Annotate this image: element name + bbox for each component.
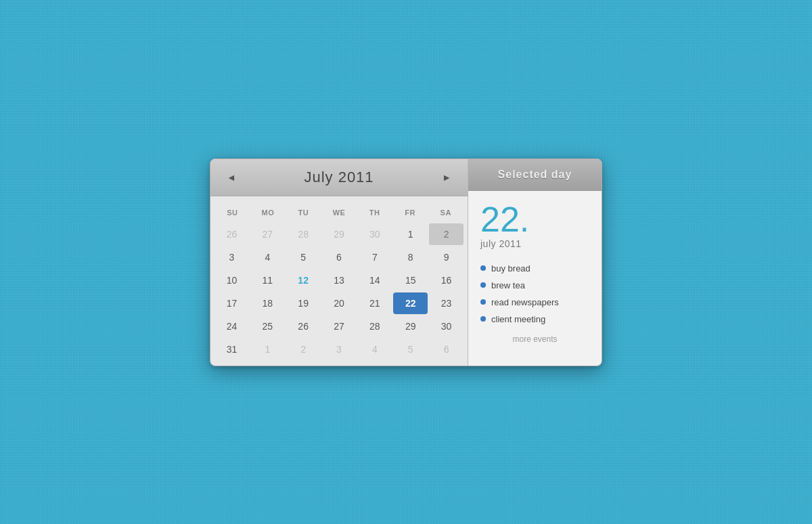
day-cell[interactable]: 7 [357, 246, 392, 268]
next-arrow-icon: ► [442, 172, 451, 183]
day-cell[interactable]: 11 [250, 269, 285, 291]
day-cell[interactable]: 4 [357, 339, 392, 360]
weekday-label: TH [357, 204, 392, 221]
selected-day-content: 22. july 2011 buy breadbrew tearead news… [468, 191, 602, 366]
day-cell[interactable]: 23 [429, 292, 464, 314]
prev-month-button[interactable]: ◄ [221, 169, 242, 185]
weekday-label: FR [392, 204, 428, 221]
event-dot-icon [480, 265, 486, 271]
list-item: brew tea [480, 277, 589, 294]
day-cell[interactable]: 26 [286, 315, 321, 337]
day-cell[interactable]: 30 [429, 315, 464, 337]
selected-month-year: july 2011 [480, 238, 589, 249]
events-list: buy breadbrew tearead newspapersclient m… [480, 260, 589, 328]
next-month-button[interactable]: ► [436, 169, 457, 185]
list-item: client meeting [480, 311, 589, 328]
event-label: brew tea [491, 280, 525, 290]
day-cell[interactable]: 1 [250, 339, 285, 360]
event-dot-icon [480, 299, 486, 305]
day-cell[interactable]: 6 [429, 339, 464, 360]
day-cell[interactable]: 14 [357, 269, 392, 291]
event-label: client meeting [491, 314, 545, 324]
day-cell[interactable]: 21 [357, 292, 392, 314]
day-cell[interactable]: 18 [250, 292, 285, 314]
day-cell[interactable]: 17 [215, 292, 249, 314]
prev-arrow-icon: ◄ [227, 172, 236, 183]
day-cell[interactable]: 19 [286, 292, 321, 314]
selected-panel: Selected day 22. july 2011 buy breadbrew… [468, 159, 602, 366]
selected-day-header: Selected day [468, 159, 602, 191]
day-cell[interactable]: 26 [215, 223, 249, 245]
day-cell[interactable]: 28 [286, 223, 321, 245]
days-grid[interactable]: 2627282930123456789101112131415161718192… [210, 223, 468, 360]
weekdays-row: SUMOTUWETHFRSA [210, 202, 468, 223]
day-cell[interactable]: 30 [357, 223, 392, 245]
weekday-label: SU [215, 204, 250, 221]
day-cell[interactable]: 28 [357, 315, 392, 337]
event-label: read newspapers [491, 297, 559, 307]
day-cell[interactable]: 31 [215, 339, 249, 360]
list-item: read newspapers [480, 294, 589, 311]
list-item: buy bread [480, 260, 589, 277]
day-cell[interactable]: 5 [286, 246, 321, 268]
day-cell[interactable]: 9 [429, 246, 464, 268]
day-cell[interactable]: 1 [393, 223, 428, 245]
day-cell[interactable]: 20 [322, 292, 357, 314]
calendar-widget: ◄ July 2011 ► SUMOTUWETHFRSA 26272829301… [210, 158, 602, 366]
calendar-header: ◄ July 2011 ► [210, 159, 468, 196]
day-cell[interactable]: 16 [429, 269, 464, 291]
event-dot-icon [480, 316, 486, 322]
selected-day-header-text: Selected day [498, 169, 572, 180]
day-cell[interactable]: 15 [393, 269, 428, 291]
day-cell[interactable]: 2 [286, 339, 321, 360]
day-cell[interactable]: 24 [215, 315, 249, 337]
day-cell[interactable]: 25 [250, 315, 285, 337]
calendar-grid: SUMOTUWETHFRSA 2627282930123456789101112… [210, 196, 468, 366]
day-cell[interactable]: 6 [322, 246, 357, 268]
event-dot-icon [480, 282, 486, 288]
weekday-label: TU [286, 204, 321, 221]
calendar-panel: ◄ July 2011 ► SUMOTUWETHFRSA 26272829301… [210, 159, 468, 366]
month-title: July 2011 [304, 169, 374, 186]
day-cell[interactable]: 27 [250, 223, 285, 245]
event-label: buy bread [491, 263, 531, 274]
weekday-label: MO [250, 204, 286, 221]
day-cell[interactable]: 3 [215, 246, 249, 268]
more-events-button[interactable]: more events [480, 328, 589, 347]
day-cell[interactable]: 12 [286, 269, 321, 291]
day-cell[interactable]: 22 [393, 292, 428, 314]
day-cell[interactable]: 10 [215, 269, 249, 291]
day-cell[interactable]: 13 [322, 269, 357, 291]
day-cell[interactable]: 3 [322, 339, 357, 360]
weekday-label: WE [321, 204, 357, 221]
selected-day-number: 22. [480, 202, 589, 237]
day-cell[interactable]: 29 [393, 315, 428, 337]
day-cell[interactable]: 5 [393, 339, 428, 360]
day-cell[interactable]: 8 [393, 246, 428, 268]
weekday-label: SA [428, 204, 464, 221]
day-cell[interactable]: 4 [250, 246, 285, 268]
day-cell[interactable]: 27 [322, 315, 357, 337]
day-cell[interactable]: 2 [429, 223, 464, 245]
day-cell[interactable]: 29 [322, 223, 357, 245]
